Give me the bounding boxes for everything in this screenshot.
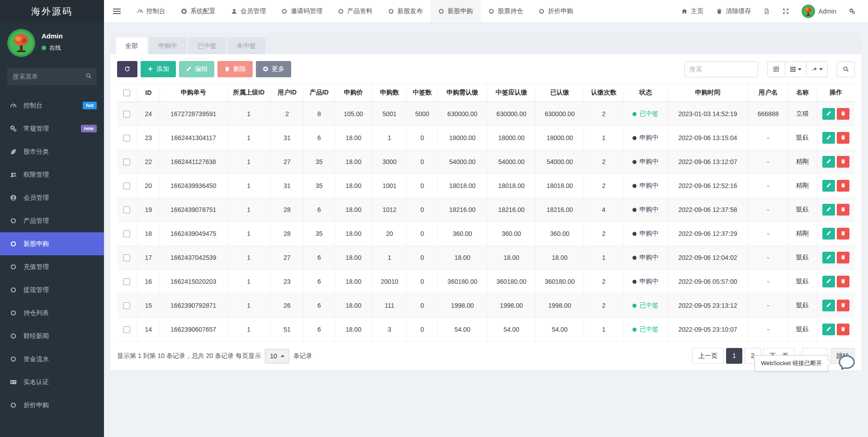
- topnav-item-stock-position[interactable]: 股票持仓: [481, 0, 531, 23]
- column-header-名称[interactable]: 名称: [788, 84, 816, 102]
- sidebar-item-stock-category[interactable]: 股市分类: [0, 140, 104, 163]
- row-checkbox[interactable]: [123, 254, 130, 261]
- sidebar-item-member[interactable]: 会员管理: [0, 186, 104, 209]
- row-edit-button[interactable]: [822, 300, 835, 311]
- row-edit-button[interactable]: [822, 132, 835, 144]
- column-header-申购单号[interactable]: 申购单号: [160, 84, 227, 102]
- row-edit-button[interactable]: [822, 276, 835, 287]
- detail-view-button[interactable]: [767, 61, 785, 77]
- row-delete-button[interactable]: [837, 108, 849, 120]
- admin-dropdown[interactable]: Admin: [795, 0, 843, 23]
- sidebar-item-permission[interactable]: 权限管理: [0, 163, 104, 186]
- document-button[interactable]: [757, 0, 776, 23]
- column-header-认缴次数[interactable]: 认缴次数: [584, 84, 623, 102]
- search-toggle-button[interactable]: [837, 61, 855, 77]
- more-button[interactable]: 更多: [256, 61, 291, 77]
- topnav-item-product-info[interactable]: 产品资料: [330, 0, 380, 23]
- settings-button[interactable]: [843, 0, 862, 23]
- columns-button[interactable]: [785, 61, 807, 77]
- row-checkbox[interactable]: [123, 302, 130, 309]
- topnav-item-new-stock-publish[interactable]: 新股发布: [380, 0, 430, 23]
- tab-won[interactable]: 已中签: [188, 38, 226, 54]
- row-edit-button[interactable]: [822, 180, 835, 192]
- delete-button[interactable]: 删除: [217, 61, 253, 77]
- column-header-申购需认缴[interactable]: 申购需认缴: [438, 84, 487, 102]
- column-header-申购时间[interactable]: 申购时间: [667, 84, 748, 102]
- row-checkbox[interactable]: [123, 159, 130, 165]
- row-delete-button[interactable]: [837, 156, 849, 168]
- column-header-申购数[interactable]: 申购数: [372, 84, 406, 102]
- column-header-用户名[interactable]: 用户名: [748, 84, 788, 102]
- sidebar-item-discount-subscribe[interactable]: 折价申购: [0, 394, 104, 417]
- fullscreen-button[interactable]: [776, 0, 795, 23]
- menu-toggle-button[interactable]: [104, 0, 129, 23]
- row-edit-button[interactable]: [822, 324, 835, 335]
- row-delete-button[interactable]: [837, 204, 849, 216]
- tab-subscribing[interactable]: 申购中: [149, 38, 187, 54]
- clear-cache-button[interactable]: 清除缓存: [710, 0, 757, 23]
- column-header-用户ID[interactable]: 用户ID: [270, 84, 303, 102]
- sidebar-item-fund-flow[interactable]: 资金流水: [0, 348, 104, 371]
- select-all-checkbox[interactable]: [123, 89, 130, 96]
- topnav-item-discount-subscribe[interactable]: 折价申购: [531, 0, 581, 23]
- page-size-select[interactable]: 10: [265, 349, 289, 363]
- sidebar-item-general[interactable]: 常规管理new: [0, 117, 104, 140]
- row-checkbox[interactable]: [123, 135, 130, 141]
- topnav-item-new-stock-subscribe[interactable]: 新股申购: [430, 0, 481, 23]
- row-delete-button[interactable]: [837, 132, 849, 144]
- refresh-button[interactable]: [117, 61, 137, 77]
- pagination-prev[interactable]: 上一页: [692, 348, 724, 364]
- sidebar-item-withdraw[interactable]: 提现管理: [0, 278, 104, 301]
- row-delete-button[interactable]: [837, 252, 849, 263]
- tab-not-won[interactable]: 未中签: [227, 38, 265, 54]
- row-edit-button[interactable]: [822, 156, 835, 168]
- home-button[interactable]: 主页: [675, 0, 710, 23]
- sidebar-item-recharge[interactable]: 充值管理: [0, 255, 104, 278]
- row-checkbox[interactable]: [123, 326, 130, 333]
- column-header-产品ID[interactable]: 产品ID: [304, 84, 335, 102]
- topnav-item-member[interactable]: 会员管理: [223, 0, 274, 23]
- row-edit-button[interactable]: [822, 204, 835, 216]
- sidebar-item-position-list[interactable]: 持仓列表: [0, 301, 104, 324]
- menu-search-input[interactable]: [7, 68, 97, 85]
- topnav-item-system-config[interactable]: 系统配置: [173, 0, 223, 23]
- column-header-中签应认缴[interactable]: 中签应认缴: [487, 84, 535, 102]
- row-edit-button[interactable]: [822, 108, 835, 120]
- row-edit-button[interactable]: [822, 228, 835, 240]
- row-delete-button[interactable]: [837, 180, 849, 192]
- tab-all[interactable]: 全部: [116, 38, 147, 54]
- column-header-申购价[interactable]: 申购价: [335, 84, 372, 102]
- column-header-状态[interactable]: 状态: [624, 84, 667, 102]
- topnav-item-dashboard[interactable]: 控制台: [129, 0, 173, 23]
- row-delete-button[interactable]: [837, 324, 849, 335]
- row-delete-button[interactable]: [837, 228, 849, 240]
- row-edit-button[interactable]: [822, 252, 835, 263]
- add-button[interactable]: 添加: [141, 61, 176, 77]
- row-checkbox[interactable]: [123, 183, 130, 189]
- user-avatar[interactable]: [7, 29, 35, 57]
- row-delete-button[interactable]: [837, 276, 849, 287]
- row-delete-button[interactable]: [837, 300, 849, 311]
- edit-button[interactable]: 编辑: [179, 61, 214, 77]
- sidebar-item-real-name[interactable]: 实名认证: [0, 371, 104, 394]
- sidebar-item-new-stock-subscribe[interactable]: 新股申购: [0, 232, 104, 255]
- pagination-page-1[interactable]: 1: [726, 348, 742, 364]
- row-checkbox[interactable]: [123, 278, 130, 285]
- column-header-中签数[interactable]: 中签数: [407, 84, 438, 102]
- row-checkbox[interactable]: [123, 230, 130, 237]
- column-header-已认缴[interactable]: 已认缴: [536, 84, 584, 102]
- column-header-ID[interactable]: ID: [137, 84, 160, 102]
- cell-中签数: 0: [407, 270, 438, 294]
- circle-icon: [10, 263, 21, 271]
- row-checkbox[interactable]: [123, 207, 130, 213]
- sidebar-item-finance-news[interactable]: 财经新闻: [0, 324, 104, 348]
- topnav-item-invite-code[interactable]: 邀请码管理: [274, 0, 330, 23]
- export-button[interactable]: [807, 61, 828, 77]
- table-search-input[interactable]: [684, 61, 758, 77]
- column-header-操作[interactable]: 操作: [817, 84, 855, 102]
- column-header-所属上级ID[interactable]: 所属上级ID: [227, 84, 270, 102]
- sidebar-item-dashboard[interactable]: 控制台hot: [0, 94, 104, 117]
- row-checkbox[interactable]: [123, 111, 130, 117]
- sidebar-item-product[interactable]: 产品管理: [0, 209, 104, 232]
- chat-launcher-button[interactable]: [837, 353, 856, 372]
